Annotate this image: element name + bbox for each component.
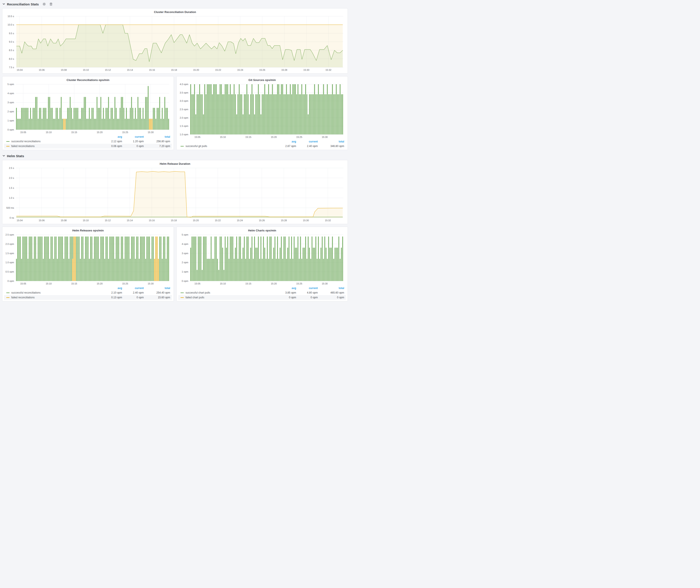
legend-header-current[interactable]: current xyxy=(124,286,145,290)
series-swatch-green xyxy=(181,292,184,293)
svg-text:15:08: 15:08 xyxy=(61,69,67,71)
series-label[interactable]: failed reconciliations xyxy=(11,296,35,299)
svg-text:15:25: 15:25 xyxy=(296,282,302,285)
svg-text:15:10: 15:10 xyxy=(220,282,226,285)
series-swatch-green xyxy=(181,146,184,147)
legend-header-avg[interactable]: avg xyxy=(276,140,298,144)
svg-text:15:26: 15:26 xyxy=(259,69,265,71)
panel-helm-release-duration: Helm Release Duration 15:0415:0615:0815:… xyxy=(2,160,348,224)
legend-current-value: 2.40 opm xyxy=(124,290,145,295)
panel-title[interactable]: Helm Release Duration xyxy=(4,161,346,166)
series-swatch-orange xyxy=(6,297,10,298)
legend-header-total[interactable]: total xyxy=(319,140,346,144)
series-label[interactable]: successful reconciliations xyxy=(11,291,40,294)
legend-header-avg[interactable]: avg xyxy=(102,286,124,290)
legend-header-current[interactable]: current xyxy=(298,286,319,290)
svg-text:15:15: 15:15 xyxy=(71,131,77,134)
legend-total-value: 254.40 opm xyxy=(145,290,172,295)
panel-title[interactable]: Cluster Reconciliation Duration xyxy=(4,10,346,15)
panel-title[interactable]: Git Sources ops/min xyxy=(178,78,346,82)
svg-text:0 opm: 0 opm xyxy=(7,280,14,282)
svg-text:15:20: 15:20 xyxy=(193,69,199,71)
legend-row[interactable]: successful reconciliations 2.10 opm 2.40… xyxy=(4,290,172,295)
svg-text:1 opm: 1 opm xyxy=(7,119,14,122)
svg-text:15:30: 15:30 xyxy=(148,131,154,134)
panel-title[interactable]: Helm Charts ops/min xyxy=(178,228,346,233)
svg-text:4.0 opm: 4.0 opm xyxy=(180,83,188,86)
legend-header-total[interactable]: total xyxy=(319,286,346,290)
section-header-helm-stats[interactable]: Helm Stats xyxy=(3,153,348,159)
panel-helm-charts-opm: Helm Charts ops/min 15:0515:1015:1515:20… xyxy=(176,227,348,301)
legend: avg current total successful chart pulls… xyxy=(178,286,346,300)
cluster-reconciliations-bar-chart: 15:0515:1015:1515:2015:2515:300 opm1 opm… xyxy=(4,82,172,134)
legend-header-current[interactable]: current xyxy=(124,135,145,139)
panel-title[interactable]: Cluster Reconciliations ops/min xyxy=(4,78,172,82)
legend-header-avg[interactable]: avg xyxy=(102,135,124,139)
svg-text:3.0 opm: 3.0 opm xyxy=(180,100,188,102)
legend-row[interactable]: failed reconciliations 0.06 opm 0 opm 7.… xyxy=(4,144,172,149)
svg-text:15:30: 15:30 xyxy=(322,282,328,285)
legend-row[interactable]: successful git pulls 2.87 opm 2.40 opm 3… xyxy=(178,144,346,149)
series-label[interactable]: failed reconciliations xyxy=(11,145,35,148)
svg-text:15:12: 15:12 xyxy=(105,219,111,222)
svg-text:5 opm: 5 opm xyxy=(182,233,188,236)
legend-current-value: 0 opm xyxy=(124,144,145,149)
svg-text:2.5 s: 2.5 s xyxy=(9,167,14,169)
panel-title[interactable]: Helm Releases ops/min xyxy=(4,228,172,233)
svg-text:3 opm: 3 opm xyxy=(182,252,188,255)
svg-text:1.0 opm: 1.0 opm xyxy=(5,261,14,264)
svg-text:15:22: 15:22 xyxy=(215,219,221,222)
legend-row[interactable]: successful chart pulls 3.85 opm 4.80 opm… xyxy=(178,290,346,295)
svg-text:15:25: 15:25 xyxy=(122,131,128,134)
dashboard: Reconciliation Stats Cluster Reconciliat… xyxy=(0,0,350,304)
svg-text:0 opm: 0 opm xyxy=(7,128,14,131)
svg-text:10.0 s: 10.0 s xyxy=(8,23,14,26)
svg-text:15:08: 15:08 xyxy=(61,219,67,222)
legend-avg-value: 2.12 opm xyxy=(102,139,124,144)
series-label[interactable]: successful chart pulls xyxy=(185,291,210,294)
svg-text:8.5 s: 8.5 s xyxy=(9,49,14,52)
legend-header-total[interactable]: total xyxy=(145,286,172,290)
svg-text:15:30: 15:30 xyxy=(303,69,310,71)
legend-avg-value: 2.87 opm xyxy=(276,144,298,149)
helm-releases-bar-chart: 15:0515:1015:1515:2015:2515:300 opm0.5 o… xyxy=(4,233,172,286)
legend-total-value: 256.80 opm xyxy=(145,139,172,144)
svg-text:15:10: 15:10 xyxy=(46,131,52,134)
svg-text:4 opm: 4 opm xyxy=(7,92,14,95)
gear-icon[interactable] xyxy=(42,2,46,6)
trash-icon[interactable] xyxy=(49,2,53,6)
section-title: Reconciliation Stats xyxy=(7,2,39,6)
svg-text:0 ns: 0 ns xyxy=(10,216,14,219)
legend-avg-value: 0.13 opm xyxy=(102,295,124,300)
series-label[interactable]: failed chart pulls xyxy=(185,296,204,299)
panel-cluster-reconciliation-duration: Cluster Reconciliation Duration 15:0415:… xyxy=(2,8,348,74)
legend-row[interactable]: failed chart pulls 0 opm 0 opm 0 opm xyxy=(178,295,346,300)
svg-text:15:05: 15:05 xyxy=(20,131,26,134)
svg-text:15:10: 15:10 xyxy=(220,136,226,138)
chevron-down-icon[interactable] xyxy=(3,3,5,5)
legend-row[interactable]: failed reconciliations 0.13 opm 0 opm 15… xyxy=(4,295,172,300)
legend-row[interactable]: successful reconciliations 2.12 opm 1.20… xyxy=(4,139,172,144)
legend-header-total[interactable]: total xyxy=(145,135,172,139)
svg-text:15:28: 15:28 xyxy=(281,69,287,71)
section-title: Helm Stats xyxy=(7,154,24,158)
legend-avg-value: 3.85 opm xyxy=(276,290,298,295)
chevron-down-icon[interactable] xyxy=(3,155,5,157)
svg-text:1.5 opm: 1.5 opm xyxy=(180,125,188,127)
svg-text:15:05: 15:05 xyxy=(194,136,200,138)
svg-text:15:10: 15:10 xyxy=(83,69,89,71)
legend-header-current[interactable]: current xyxy=(298,140,319,144)
legend-header-avg[interactable]: avg xyxy=(276,286,298,290)
legend-current-value: 1.20 opm xyxy=(124,139,145,144)
legend-avg-value: 0 opm xyxy=(276,295,298,300)
legend-current-value: 0 opm xyxy=(298,295,319,300)
section-header-reconciliation-stats[interactable]: Reconciliation Stats xyxy=(3,1,348,7)
legend-avg-value: 2.10 opm xyxy=(102,290,124,295)
series-label[interactable]: successful git pulls xyxy=(185,145,207,148)
legend-current-value: 0 opm xyxy=(124,295,145,300)
legend: avg current total successful reconciliat… xyxy=(4,135,172,149)
series-label[interactable]: successful reconciliations xyxy=(11,140,40,143)
svg-text:3 opm: 3 opm xyxy=(7,101,14,104)
legend-current-value: 4.80 opm xyxy=(298,290,319,295)
legend-total-value: 465.60 opm xyxy=(319,290,346,295)
